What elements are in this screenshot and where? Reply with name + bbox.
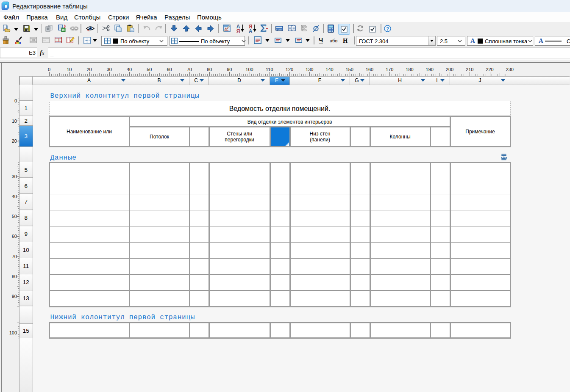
- svg-text:?: ?: [386, 26, 389, 31]
